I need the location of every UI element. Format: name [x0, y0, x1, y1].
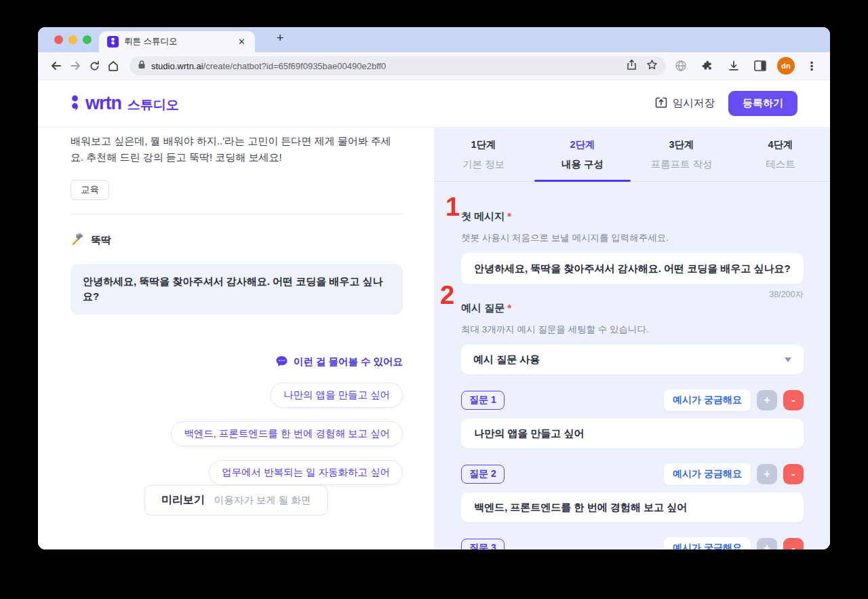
forward-icon[interactable]	[66, 56, 85, 75]
preview-screen-button[interactable]: 미리보기 이용자가 보게 될 화면	[144, 485, 328, 516]
toolbar-right-group: dn ⋮	[671, 56, 821, 75]
download-icon[interactable]	[724, 56, 743, 75]
tab-title: 뤼튼 스튜디오	[124, 36, 231, 47]
suggestion-chip[interactable]: 나만의 앱을 만들고 싶어	[271, 383, 403, 408]
bookmark-star-icon[interactable]	[646, 59, 658, 73]
example-question-select[interactable]: 예시 질문 사용	[461, 345, 804, 374]
register-button[interactable]: 등록하기	[728, 91, 797, 116]
remove-question-button[interactable]: -	[783, 390, 804, 410]
address-bar[interactable]: studio.wrtn.ai/create/chatbot?id=65f69f0…	[130, 56, 666, 75]
add-question-button[interactable]: +	[757, 538, 777, 549]
main-content: 배워보고 싶은데, 뭘 배워야 하지..'라는 고민이 든다면 제게 물어봐 주…	[38, 128, 830, 549]
divider	[71, 214, 403, 214]
required-asterisk: *	[507, 302, 511, 313]
bot-greeting-bubble: 안녕하세요, 뚝딱을 찾아주셔서 감사해요. 어떤 코딩을 배우고 싶나요?	[71, 264, 403, 315]
wrtn-favicon-icon	[107, 36, 119, 47]
sidebar-toggle-icon[interactable]	[751, 56, 770, 75]
share-icon[interactable]	[627, 59, 637, 73]
hammer-icon	[71, 232, 85, 249]
example-hint-button[interactable]: 예시가 궁금해요	[664, 463, 751, 485]
preview-description: 이용자가 보게 될 화면	[214, 494, 311, 507]
speech-bubble-icon	[275, 355, 288, 369]
home-icon[interactable]	[104, 56, 123, 75]
bot-name-row: 뚝딱	[71, 232, 403, 249]
wrtn-studio-logo[interactable]: wrtn 스튜디오	[71, 93, 179, 114]
browser-toolbar: studio.wrtn.ai/create/chatbot?id=65f69f0…	[38, 52, 830, 80]
preview-label: 미리보기	[161, 493, 205, 507]
new-tab-button[interactable]: +	[271, 31, 289, 45]
suggestions-title: 이런 걸 물어볼 수 있어요	[294, 355, 403, 368]
question-row-1: 질문 1 예시가 궁금해요 + -	[461, 389, 804, 411]
builder-form-panel: 1 2 1단계 기본 정보 2단계 내용 구성 3단계 프롬프트 작성	[434, 128, 830, 549]
minimize-window-button[interactable]	[68, 35, 77, 44]
add-question-button[interactable]: +	[757, 464, 777, 484]
first-message-helper: 챗봇 사용시 처음으로 보낼 메시지를 입력해주세요.	[461, 232, 804, 244]
profile-avatar[interactable]: dn	[777, 57, 795, 75]
question-input-2[interactable]: 백엔드, 프론트엔드를 한 번에 경험해 보고 싶어	[461, 492, 804, 522]
extensions-puzzle-icon[interactable]	[698, 56, 717, 75]
logo-studio-label: 스튜디오	[127, 96, 179, 114]
char-counter: 38/200자	[461, 289, 804, 301]
chatbot-description: 배워보고 싶은데, 뭘 배워야 하지..'라는 고민이 든다면 제게 물어봐 주…	[71, 133, 403, 166]
question-input-1[interactable]: 나만의 앱을 만들고 싶어	[461, 419, 804, 448]
back-icon[interactable]	[47, 56, 66, 75]
annotation-number-1: 1	[446, 194, 460, 220]
wrtn-colon-icon	[71, 93, 79, 114]
example-hint-button[interactable]: 예시가 궁금해요	[664, 537, 751, 549]
bot-name: 뚝딱	[91, 234, 111, 247]
close-window-button[interactable]	[54, 35, 63, 44]
question-row-2: 질문 2 예시가 궁금해요 + -	[461, 463, 804, 485]
browser-tab[interactable]: 뤼튼 스튜디오 ✕	[99, 31, 255, 52]
chevron-down-icon	[785, 358, 791, 362]
example-question-helper: 최대 3개까지 예시 질문을 세팅할 수 있습니다.	[461, 324, 804, 336]
url-text: studio.wrtn.ai/create/chatbot?id=65f69f0…	[151, 61, 386, 71]
suggestions-title-row: 이런 걸 물어볼 수 있어요	[275, 355, 403, 369]
question-badge: 질문 2	[461, 465, 505, 484]
remove-question-button[interactable]: -	[783, 538, 804, 549]
step-tabs: 1단계 기본 정보 2단계 내용 구성 3단계 프롬프트 작성 4단계 테스트	[434, 128, 830, 182]
app-header: wrtn 스튜디오 임시저장 등록하기	[38, 80, 830, 128]
logo-wordmark: wrtn	[85, 93, 121, 114]
tab-step-2[interactable]: 2단계 내용 구성	[533, 138, 632, 181]
tab-step-4[interactable]: 4단계 테스트	[731, 138, 830, 181]
question-badge: 질문 1	[461, 391, 505, 410]
annotation-number-2: 2	[440, 282, 454, 308]
screenshot-stage: 뤼튼 스튜디오 ✕ + studio.wrtn.ai/	[0, 0, 868, 599]
suggestion-chip[interactable]: 업무에서 반복되는 일 자동화하고 싶어	[209, 460, 403, 485]
category-tag: 교육	[71, 180, 109, 200]
tab-step-1[interactable]: 1단계 기본 정보	[434, 138, 533, 181]
browser-window: 뤼튼 스튜디오 ✕ + studio.wrtn.ai/	[38, 27, 830, 549]
question-badge: 질문 3	[461, 539, 505, 549]
first-message-label: 첫 메시지*	[461, 210, 804, 223]
suggestion-chip[interactable]: 백엔드, 프론트엔드를 한 번에 경험해 보고 싶어	[171, 421, 403, 446]
content-form: 첫 메시지* 챗봇 사용시 처음으로 보낼 메시지를 입력해주세요. 안녕하세요…	[434, 182, 830, 549]
chatbot-preview-panel: 배워보고 싶은데, 뭘 배워야 하지..'라는 고민이 든다면 제게 물어봐 주…	[38, 128, 434, 549]
temp-save-button[interactable]: 임시저장	[654, 96, 715, 112]
question-row-3: 질문 3 예시가 궁금해요 + -	[461, 537, 804, 549]
browser-tab-bar: 뤼튼 스튜디오 ✕ +	[38, 27, 830, 52]
lock-icon[interactable]	[138, 60, 146, 72]
remove-question-button[interactable]: -	[783, 464, 804, 484]
required-asterisk: *	[507, 210, 511, 222]
reload-icon[interactable]	[85, 56, 104, 75]
add-question-button[interactable]: +	[757, 390, 777, 410]
traffic-lights	[54, 35, 92, 44]
tab-step-3[interactable]: 3단계 프롬프트 작성	[632, 138, 731, 181]
example-hint-button[interactable]: 예시가 궁금해요	[664, 389, 751, 411]
example-question-label: 예시 질문*	[461, 302, 804, 315]
kebab-menu-icon[interactable]: ⋮	[802, 56, 821, 75]
globe-icon	[671, 56, 690, 75]
save-draft-icon	[654, 96, 668, 112]
zoom-window-button[interactable]	[83, 35, 92, 44]
tab-close-icon[interactable]: ✕	[237, 37, 247, 47]
first-message-input[interactable]: 안녕하세요, 뚝딱을 찾아주셔서 감사해요. 어떤 코딩을 배우고 싶나요?	[461, 253, 804, 284]
